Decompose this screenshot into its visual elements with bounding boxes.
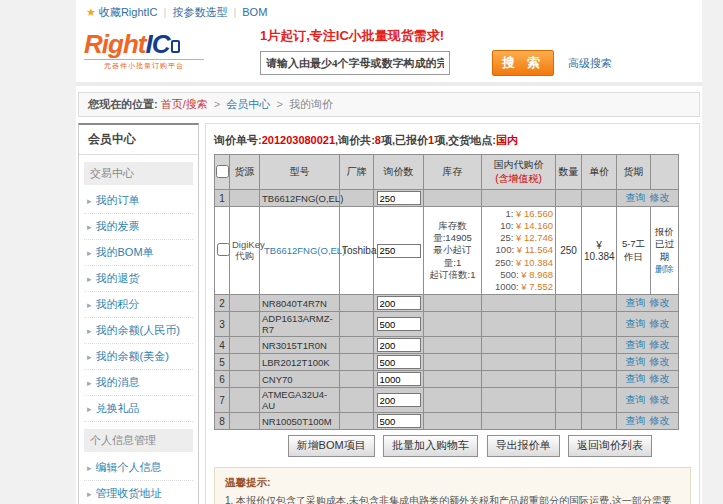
param-select-link[interactable]: 按参数选型 <box>172 6 227 18</box>
row-qty <box>556 413 582 430</box>
quote-row-checkbox[interactable] <box>217 243 230 256</box>
query-link[interactable]: 查询 <box>626 318 646 329</box>
sidebar-item-messages[interactable]: 我的消息 <box>84 370 193 396</box>
logo-text: RightIC <box>84 31 244 57</box>
modify-link[interactable]: 修改 <box>650 394 670 405</box>
row-stock <box>424 312 482 337</box>
advanced-search-link[interactable]: 高级搜索 <box>568 56 612 71</box>
sidebar-item-balance-usd[interactable]: 我的余额(美金) <box>84 344 193 370</box>
main-container: ★收藏RightIC|按参数选型|BOM RightIC 元器件小批量订购平台 … <box>76 0 702 504</box>
summary-label: 询价单号: <box>214 134 262 146</box>
inquiry-qty-input[interactable] <box>377 338 421 352</box>
query-link[interactable]: 查询 <box>626 192 646 203</box>
export-quote-button[interactable]: 导出报价单 <box>487 435 560 457</box>
notice-line-1: 1. 本报价仅包含了采购成本,未包含非集成电路类的额外关税和产品超重部分的国际运… <box>225 493 680 504</box>
inquiry-qty-input[interactable] <box>377 244 421 258</box>
row-unit <box>582 190 617 207</box>
query-link[interactable]: 查询 <box>626 373 646 384</box>
sidebar-link[interactable]: 兑换礼品 <box>96 402 140 414</box>
add-bom-item-button[interactable]: 新增BOM项目 <box>288 435 375 457</box>
modify-link[interactable]: 修改 <box>650 297 670 308</box>
row-brand <box>340 413 374 430</box>
col-source: 货源 <box>230 155 260 190</box>
part-link[interactable]: TB6612FNG(O,EL) <box>264 245 345 256</box>
sidebar-item-gifts[interactable]: 兑换礼品 <box>84 396 193 422</box>
row-stock <box>424 371 482 388</box>
sidebar-item-addresses[interactable]: 管理收货地址 <box>84 481 193 504</box>
sidebar-item-bom[interactable]: 我的BOM单 <box>84 240 193 266</box>
header-right: 1片起订,专注IC小批量现货需求! 搜 索 高级搜索 <box>244 25 694 76</box>
quote-stock: 库存数 量:14905 最小起订量:1 起订倍数:1 <box>424 207 482 295</box>
row-unit <box>582 337 617 354</box>
search-button[interactable]: 搜 索 <box>492 50 554 76</box>
sidebar-title: 会员中心 <box>79 125 198 155</box>
modify-link[interactable]: 修改 <box>650 373 670 384</box>
bom-link[interactable]: BOM <box>242 6 267 18</box>
query-link[interactable]: 查询 <box>626 415 646 426</box>
logo[interactable]: RightIC 元器件小批量订购平台 <box>84 25 244 71</box>
inquiry-qty-input[interactable] <box>377 355 421 369</box>
sidebar-link[interactable]: 我的订单 <box>96 194 140 206</box>
query-link[interactable]: 查询 <box>626 339 646 350</box>
search-input[interactable] <box>260 51 450 75</box>
modify-link[interactable]: 修改 <box>650 356 670 367</box>
sidebar-link[interactable]: 我的积分 <box>96 298 140 310</box>
inquiry-qty-input[interactable] <box>377 317 421 331</box>
sidebar-item-invoices[interactable]: 我的发票 <box>84 214 193 240</box>
sidebar-link[interactable]: 我的消息 <box>96 376 140 388</box>
inquiry-row-4: 4 NR3015T1R0N 查询修改 <box>215 337 679 354</box>
batch-add-to-cart-button[interactable]: 批量加入购物车 <box>383 435 478 457</box>
row-unit <box>582 354 617 371</box>
modify-link[interactable]: 修改 <box>650 192 670 203</box>
favorite-link[interactable]: 收藏RightIC <box>99 6 158 18</box>
row-source <box>230 371 260 388</box>
inquiry-qty-input[interactable] <box>377 372 421 386</box>
select-all-checkbox[interactable] <box>216 165 229 178</box>
sidebar-item-edit-profile[interactable]: 编辑个人信息 <box>84 455 193 481</box>
favorite-star-icon: ★ <box>86 6 96 18</box>
row-index: 5 <box>215 354 230 371</box>
modify-link[interactable]: 修改 <box>650 318 670 329</box>
query-link[interactable]: 查询 <box>626 356 646 367</box>
row-model: ADP1613ARMZ-R7 <box>260 312 340 337</box>
separator: | <box>164 6 167 18</box>
sidebar-link[interactable]: 我的发票 <box>96 220 140 232</box>
row-actions: 查询修改 <box>617 312 679 337</box>
row-price <box>482 337 556 354</box>
inquiry-qty-input[interactable] <box>377 191 421 205</box>
sidebar-item-points[interactable]: 我的积分 <box>84 292 193 318</box>
breadcrumb-separator: > <box>214 98 220 110</box>
row-stock <box>424 295 482 312</box>
row-brand <box>340 354 374 371</box>
col-stock: 库存 <box>424 155 482 190</box>
query-link[interactable]: 查询 <box>626 394 646 405</box>
site-header: RightIC 元器件小批量订购平台 1片起订,专注IC小批量现货需求! 搜 索… <box>76 23 702 86</box>
sidebar-item-returns[interactable]: 我的退货 <box>84 266 193 292</box>
sidebar-link[interactable]: 编辑个人信息 <box>96 461 162 473</box>
inquiry-qty-input[interactable] <box>377 414 421 428</box>
sidebar-link[interactable]: 我的余额(美金) <box>96 350 169 362</box>
sidebar-link[interactable]: 我的BOM单 <box>96 246 154 258</box>
logo-tagline: 元器件小批量订购平台 <box>84 59 204 71</box>
breadcrumb-home-link[interactable]: 首页/搜索 <box>161 98 208 110</box>
breadcrumb-member-link[interactable]: 会员中心 <box>226 98 270 110</box>
back-to-inquiry-list-button[interactable]: 返回询价列表 <box>568 435 652 457</box>
sidebar-link[interactable]: 管理收货地址 <box>96 487 162 499</box>
separator: | <box>233 6 236 18</box>
query-link[interactable]: 查询 <box>626 297 646 308</box>
sidebar-link[interactable]: 我的退货 <box>96 272 140 284</box>
inquiry-table: 货源 型号 厂牌 询价数 库存 国内代购价(含增值税) 数量 单价 货期 1 <box>214 154 679 430</box>
inquiry-qty-input[interactable] <box>377 393 421 407</box>
delete-link[interactable]: 删除 <box>655 263 674 274</box>
row-qty <box>556 388 582 413</box>
modify-link[interactable]: 修改 <box>650 415 670 426</box>
quote-qty: 250 <box>556 207 582 295</box>
modify-link[interactable]: 修改 <box>650 339 670 350</box>
quote-source: DigiKey代购 <box>230 207 260 295</box>
inquiry-qty-input[interactable] <box>377 296 421 310</box>
row-brand <box>340 190 374 207</box>
sidebar-link[interactable]: 我的余额(人民币) <box>96 324 180 336</box>
price-tier: 10: ¥ 14.160 <box>484 220 553 232</box>
sidebar-item-balance-rmb[interactable]: 我的余额(人民币) <box>84 318 193 344</box>
sidebar-item-orders[interactable]: 我的订单 <box>84 188 193 214</box>
